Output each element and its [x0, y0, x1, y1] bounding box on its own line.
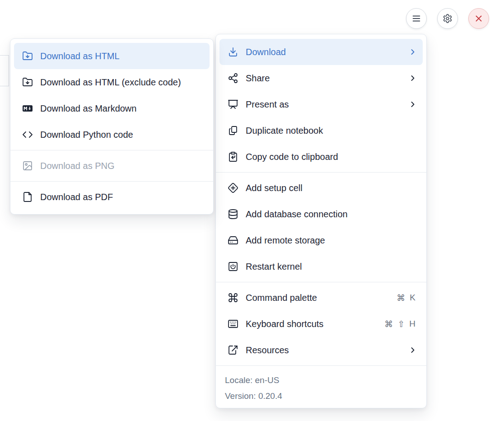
menu-item-label: Download as PDF	[40, 192, 204, 202]
shortcut-hint: ⌘K	[397, 293, 415, 303]
download-submenu: Download as HTMLDownload as HTML (exclud…	[10, 38, 214, 215]
shortcut-key: ⇧	[397, 319, 405, 329]
shortcut-key: K	[410, 293, 415, 303]
chevron-right-icon	[408, 346, 417, 355]
menu-item-add-database-connection[interactable]: Add database connection	[219, 201, 423, 227]
menu-item-label: Add remote storage	[246, 235, 417, 246]
menu-item-download-python-code[interactable]: Download Python code	[14, 122, 210, 148]
external-link-icon	[228, 345, 238, 356]
hard-drive-icon	[228, 235, 238, 246]
menu-item-label: Download	[246, 47, 399, 57]
menu-item-add-setup-cell[interactable]: Add setup cell	[219, 175, 423, 201]
menu-separator	[216, 172, 426, 173]
menu-separator	[10, 150, 213, 150]
locale-text: Locale: en-US	[225, 372, 417, 388]
version-text: Version: 0.20.4	[225, 388, 417, 404]
menu-item-download-as-png: Download as PNG	[14, 153, 210, 179]
power-icon	[228, 261, 238, 272]
menu-item-share[interactable]: Share	[219, 65, 423, 91]
shortcut-key: H	[409, 319, 415, 329]
menu-item-label: Resources	[246, 345, 399, 356]
markdown-icon	[22, 103, 33, 114]
menu-item-label: Add setup cell	[246, 183, 417, 193]
menu-button[interactable]	[406, 8, 427, 29]
menu-separator	[216, 282, 426, 282]
menu-item-download-as-pdf[interactable]: Download as PDF	[14, 184, 210, 210]
folder-down-icon	[22, 77, 33, 88]
topbar	[406, 8, 489, 29]
diamond-plus-icon	[228, 182, 238, 193]
file-icon	[22, 192, 33, 202]
menu-footer: Locale: en-USVersion: 0.20.4	[219, 368, 423, 405]
command-icon	[228, 292, 238, 303]
menu-item-restart-kernel[interactable]: Restart kernel	[219, 253, 423, 280]
share-icon	[228, 73, 238, 84]
code-icon	[22, 129, 33, 140]
menu-item-label: Keyboard shortcuts	[246, 319, 377, 329]
menu-item-present-as[interactable]: Present as	[219, 91, 423, 117]
menu-item-command-palette[interactable]: Command palette⌘K	[219, 285, 423, 311]
menu-item-label: Share	[246, 73, 399, 84]
menu-item-label: Add database connection	[246, 209, 417, 220]
shortcut-key: ⌘	[397, 293, 405, 303]
menu-item-label: Download as PNG	[40, 161, 204, 171]
shortcut-key: ⌘	[384, 319, 393, 329]
gear-icon	[443, 14, 453, 23]
folder-down-icon	[22, 51, 33, 61]
close-button[interactable]	[468, 8, 489, 29]
menu-item-label: Download Python code	[40, 130, 204, 140]
database-icon	[228, 209, 238, 220]
presentation-icon	[228, 99, 238, 110]
notebook-menu: DownloadSharePresent asDuplicate noteboo…	[215, 34, 427, 408]
menu-item-label: Duplicate notebook	[246, 126, 417, 136]
menu-item-label: Present as	[246, 99, 399, 110]
keyboard-icon	[228, 318, 238, 329]
shortcut-hint: ⌘⇧H	[384, 319, 415, 329]
image-icon	[22, 160, 33, 171]
menu-item-download[interactable]: Download	[219, 39, 423, 65]
chevron-right-icon	[408, 100, 417, 109]
menu-separator	[216, 365, 426, 366]
menu-item-duplicate-notebook[interactable]: Duplicate notebook	[219, 117, 423, 144]
menu-item-download-as-markdown[interactable]: Download as Markdown	[14, 95, 210, 122]
chevron-right-icon	[408, 74, 417, 83]
background-cell-border	[9, 55, 9, 86]
download-icon	[228, 47, 238, 57]
settings-button[interactable]	[437, 8, 458, 29]
menu-item-label: Download as HTML (exclude code)	[40, 77, 204, 88]
menu-item-label: Download as HTML	[40, 51, 204, 61]
menu-item-download-as-html[interactable]: Download as HTML	[14, 43, 210, 69]
menu-item-label: Restart kernel	[246, 262, 417, 272]
chevron-right-icon	[408, 47, 417, 56]
close-icon	[474, 14, 484, 23]
background-cell-border	[0, 86, 9, 86]
hamburger-icon	[411, 14, 421, 23]
copy-icon	[228, 125, 238, 136]
menu-separator	[10, 181, 213, 182]
menu-item-resources[interactable]: Resources	[219, 337, 423, 363]
menu-item-label: Download as Markdown	[40, 103, 204, 114]
menu-item-label: Command palette	[246, 293, 389, 303]
menu-item-download-as-html-exclude-code[interactable]: Download as HTML (exclude code)	[14, 69, 210, 95]
menu-item-copy-code-to-clipboard[interactable]: Copy code to clipboard	[219, 144, 423, 170]
background-cell-border	[0, 55, 9, 56]
menu-item-keyboard-shortcuts[interactable]: Keyboard shortcuts⌘⇧H	[219, 311, 423, 337]
menu-item-label: Copy code to clipboard	[246, 152, 417, 162]
clipboard-copy-icon	[228, 151, 238, 162]
menu-item-add-remote-storage[interactable]: Add remote storage	[219, 227, 423, 253]
